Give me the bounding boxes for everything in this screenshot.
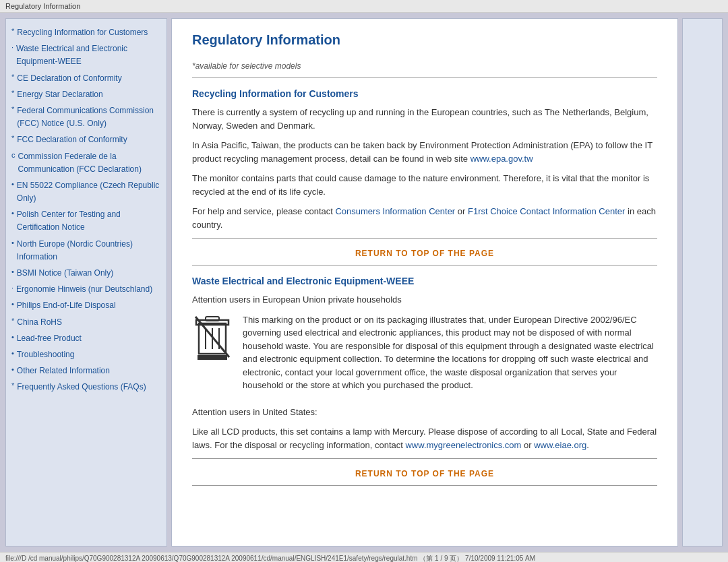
sidebar-link-9[interactable]: North Europe (Nordic Countries) Informat… (17, 237, 161, 264)
sidebar-item-17: *Frequently Asked Questions (FAQs) (11, 380, 161, 394)
sidebar-item-4: *Federal Communications Commission (FCC)… (11, 104, 161, 131)
divider-return-1 (192, 238, 657, 239)
main-layout: *Recycling Information for Customers·Was… (0, 13, 728, 552)
sidebar-bullet-5: * (11, 134, 14, 142)
sidebar-bullet-10: • (11, 268, 14, 276)
sidebar-item-13: *China RoHS (11, 315, 161, 330)
sidebar-bullet-3: * (11, 89, 14, 97)
sidebar-panel: *Recycling Information for Customers·Was… (5, 18, 167, 547)
sidebar-item-10: •BSMI Notice (Taiwan Only) (11, 266, 161, 280)
sidebar-link-5[interactable]: FCC Declaration of Conformity (17, 133, 127, 147)
section-title-recycling: Recycling Information for Customers (192, 88, 657, 99)
f1rst-choice-link[interactable]: F1rst Choice Contact Information Center (468, 206, 625, 216)
sidebar-link-13[interactable]: China RoHS (17, 315, 62, 330)
sidebar-item-7: •EN 55022 Compliance (Czech Republic Onl… (11, 179, 161, 206)
sidebar-link-3[interactable]: Energy Star Declaration (17, 88, 102, 102)
return-to-top-2[interactable]: RETURN TO TOP OF THE PAGE (192, 469, 657, 478)
content-wrapper: Regulatory Information *available for se… (171, 18, 723, 547)
sidebar-link-11[interactable]: Ergonomie Hinweis (nur Deutschland) (16, 282, 152, 296)
sidebar-item-2: *CE Declaration of Conformity (11, 71, 161, 86)
recycling-para-3: The monitor contains parts that could ca… (192, 172, 657, 198)
sidebar-bullet-11: · (11, 284, 13, 292)
mygreen-link[interactable]: www.mygreenelectronics.com (405, 440, 521, 450)
sidebar-link-7[interactable]: EN 55022 Compliance (Czech Republic Only… (17, 179, 161, 206)
sidebar-item-15: •Troubleshooting (11, 348, 161, 362)
sidebar-item-9: •North Europe (Nordic Countries) Informa… (11, 237, 161, 264)
svg-rect-7 (198, 355, 227, 360)
weee-icon (192, 313, 233, 363)
status-bar-text: file:///D /cd manual/philips/Q70G9002813… (5, 555, 535, 562)
weee-attention-us: Attention users in United States: (192, 406, 657, 419)
sidebar-link-12[interactable]: Philips End-of-Life Disposal (17, 299, 116, 313)
sidebar-bullet-12: • (11, 300, 14, 308)
sidebar-bullet-8: • (11, 209, 14, 217)
sidebar-item-0: *Recycling Information for Customers (11, 26, 161, 40)
sidebar-link-1[interactable]: Waste Electrical and Electronic Equipmen… (16, 42, 161, 69)
sidebar-link-10[interactable]: BSMI Notice (Taiwan Only) (17, 266, 113, 280)
section-recycling: Recycling Information for Customers Ther… (192, 88, 657, 231)
sidebar-link-17[interactable]: Frequently Asked Questions (FAQs) (17, 380, 146, 394)
sidebar-link-8[interactable]: Polish Center for Testing and Certificat… (17, 208, 161, 235)
sidebar-link-6[interactable]: Commission Federale de la Communication … (18, 150, 162, 177)
sidebar-link-2[interactable]: CE Declaration of Conformity (17, 71, 121, 86)
weee-body-text: This marking on the product or on its pa… (243, 313, 657, 392)
sidebar-bullet-4: * (11, 105, 14, 113)
sidebar-bullet-13: * (11, 317, 14, 325)
section-weee: Waste Electrical and Electronic Equipmen… (192, 276, 657, 451)
sidebar-item-14: •Lead-free Product (11, 332, 161, 346)
epa-link[interactable]: www.epa.gov.tw (471, 154, 533, 164)
status-bar: file:///D /cd manual/philips/Q70G9002813… (0, 552, 728, 562)
sidebar-bullet-2: * (11, 73, 14, 81)
recycling-para-4: For help and service, please contact Con… (192, 205, 657, 231)
sidebar-bullet-14: • (11, 333, 14, 341)
divider-top (192, 77, 657, 78)
consumers-info-link[interactable]: Consumers Information Center (335, 206, 455, 216)
sidebar-bullet-0: * (11, 27, 14, 35)
sidebar-item-5: *FCC Declaration of Conformity (11, 133, 161, 147)
divider-weee-top (192, 265, 657, 266)
sidebar-link-0[interactable]: Recycling Information for Customers (17, 26, 148, 40)
sidebar-bullet-7: • (11, 180, 14, 188)
weee-us-body: Like all LCD products, this set contains… (192, 425, 657, 451)
recycling-para-2: In Asia Pacific, Taiwan, the products ca… (192, 139, 657, 165)
sidebar-item-8: •Polish Center for Testing and Certifica… (11, 208, 161, 235)
svg-rect-2 (206, 317, 219, 321)
sidebar-bullet-1: · (11, 43, 13, 51)
sidebar-item-16: •Other Related Information (11, 364, 161, 378)
sidebar-item-12: •Philips End-of-Life Disposal (11, 299, 161, 313)
sidebar-nav: *Recycling Information for Customers·Was… (11, 26, 161, 395)
weee-attention-eu: Attention users in European Union privat… (192, 293, 657, 307)
sidebar-item-1: ·Waste Electrical and Electronic Equipme… (11, 42, 161, 69)
sidebar-link-14[interactable]: Lead-free Product (17, 332, 82, 346)
section-title-weee: Waste Electrical and Electronic Equipmen… (192, 276, 657, 286)
eiae-link[interactable]: www.eiae.org (534, 440, 586, 450)
sidebar-bullet-16: • (11, 365, 14, 373)
sidebar-bullet-9: • (11, 239, 14, 247)
sidebar-link-4[interactable]: Federal Communications Commission (FCC) … (17, 104, 161, 131)
right-panel (682, 18, 723, 547)
return-to-top-1[interactable]: RETURN TO TOP OF THE PAGE (192, 249, 657, 258)
title-bar-text: Regulatory Information (5, 2, 80, 10)
title-bar: Regulatory Information (0, 0, 728, 13)
sidebar-link-15[interactable]: Troubleshooting (17, 348, 75, 362)
divider-bottom (192, 485, 657, 486)
sidebar-bullet-17: * (11, 381, 14, 389)
page-title: Regulatory Information (192, 32, 657, 51)
sidebar-item-11: ·Ergonomie Hinweis (nur Deutschland) (11, 282, 161, 296)
content-panel: Regulatory Information *available for se… (171, 18, 678, 547)
sidebar-item-6: cCommission Federale de la Communication… (11, 150, 161, 177)
divider-return-2 (192, 458, 657, 459)
recycling-para-1: There is currently a system of recycling… (192, 106, 657, 132)
sidebar-item-3: *Energy Star Declaration (11, 88, 161, 102)
sidebar-link-16[interactable]: Other Related Information (17, 364, 110, 378)
available-note: *available for selective models (192, 61, 657, 71)
sidebar-bullet-15: • (11, 349, 14, 357)
weee-icon-container: This marking on the product or on its pa… (192, 313, 657, 399)
sidebar-bullet-6: c (11, 151, 16, 159)
